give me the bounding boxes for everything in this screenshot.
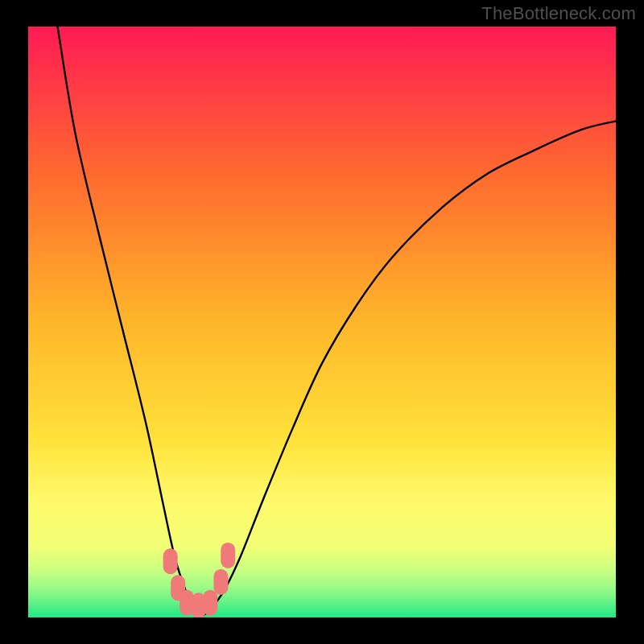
plot-area <box>28 27 616 617</box>
bottleneck-curve <box>58 27 617 617</box>
marker-pill <box>163 548 178 574</box>
watermark-text: TheBottleneck.com <box>481 3 636 24</box>
curve-layer <box>28 27 616 617</box>
marker-pill <box>203 590 217 616</box>
marker-pill <box>213 569 228 595</box>
markers-group <box>163 543 236 617</box>
chart-frame: TheBottleneck.com <box>0 0 644 644</box>
marker-pill <box>221 543 235 568</box>
